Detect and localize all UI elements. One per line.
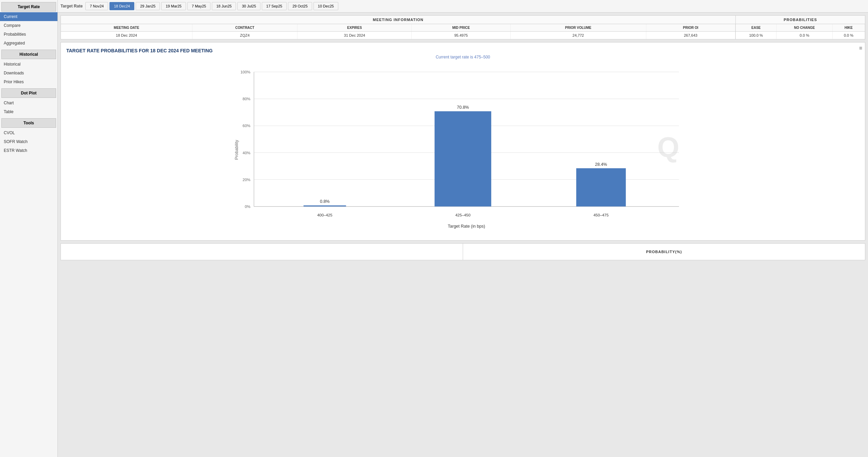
- tools-group: Tools CVOL SOFR Watch ESTR Watch: [0, 118, 57, 155]
- sidebar-item-table[interactable]: Table: [0, 107, 57, 116]
- x-label-400-425: 400–425: [317, 213, 333, 217]
- chart-title: TARGET RATE PROBABILITIES FOR 18 DEC 202…: [66, 48, 860, 53]
- sidebar-item-downloads[interactable]: Downloads: [0, 69, 57, 77]
- y-label-60: 60%: [243, 124, 251, 128]
- tab-18dec24[interactable]: 18 Dec24: [109, 2, 134, 10]
- meeting-info-table: MEETING DATE CONTRACT EXPIRES MID PRICE …: [61, 24, 735, 39]
- col-meeting-date: MEETING DATE: [61, 24, 192, 32]
- bottom-probability-label: PROBABILITY(%): [463, 246, 865, 258]
- cell-prior-volume: 24,772: [510, 32, 646, 39]
- x-label-450-475: 450–475: [593, 213, 609, 217]
- col-prior-oi: PRIOR OI: [646, 24, 735, 32]
- chart-section: ≡ TARGET RATE PROBABILITIES FOR 18 DEC 2…: [61, 42, 865, 241]
- cell-hike: 0.0 %: [832, 32, 865, 39]
- bar-label-425-450: 70.8%: [457, 105, 469, 110]
- cell-no-change: 0.0 %: [777, 32, 833, 39]
- historical-section[interactable]: Historical: [1, 50, 56, 59]
- cell-mid-price: 95.4975: [412, 32, 511, 39]
- tab-18jun25[interactable]: 18 Jun25: [212, 2, 236, 10]
- sidebar-item-probabilities[interactable]: Probabilities: [0, 30, 57, 39]
- col-expires: EXPIRES: [297, 24, 412, 32]
- y-label-0: 0%: [245, 205, 251, 209]
- cell-meeting-date: 18 Dec 2024: [61, 32, 192, 39]
- col-prior-volume: PRIOR VOLUME: [510, 24, 646, 32]
- chart-svg: Probability 100% 80% 60% 40%: [66, 65, 860, 235]
- meeting-info-header: MEETING INFORMATION: [61, 16, 735, 24]
- tab-30jul25[interactable]: 30 Jul25: [237, 2, 260, 10]
- main-content: Target Rate7 Nov2418 Dec2429 Jan2519 Mar…: [58, 0, 868, 457]
- col-hike: HIKE: [832, 24, 865, 32]
- x-axis-title: Target Rate (in bps): [448, 224, 485, 229]
- chart-subtitle: Current target rate is 475–500: [66, 55, 860, 59]
- tabs-bar: Target Rate7 Nov2418 Dec2429 Jan2519 Mar…: [58, 0, 868, 13]
- y-label-20: 20%: [243, 178, 251, 182]
- dot-plot-group: Dot Plot Chart Table: [0, 88, 57, 116]
- sidebar-item-estr-watch[interactable]: ESTR Watch: [0, 146, 57, 155]
- watermark: Q: [657, 131, 679, 163]
- tools-section[interactable]: Tools: [1, 118, 56, 128]
- probabilities-header: PROBABILITIES: [736, 16, 865, 24]
- tab-7may25[interactable]: 7 May25: [187, 2, 210, 10]
- bar-label-400-425: 0.8%: [320, 199, 330, 204]
- info-panel: MEETING INFORMATION MEETING DATE CONTRAC…: [61, 15, 865, 39]
- cell-prior-oi: 267,643: [646, 32, 735, 39]
- sidebar-item-chart[interactable]: Chart: [0, 99, 57, 107]
- probabilities-section: PROBABILITIES EASE NO CHANGE HIKE 100.0 …: [736, 16, 865, 39]
- bar-450-475: [576, 168, 626, 206]
- bar-425-450: [435, 111, 491, 206]
- cell-contract: ZQZ4: [192, 32, 297, 39]
- sidebar-item-sofr-watch[interactable]: SOFR Watch: [0, 137, 57, 146]
- sidebar-item-compare[interactable]: Compare: [0, 21, 57, 30]
- probabilities-table: EASE NO CHANGE HIKE 100.0 % 0.0 % 0.0 %: [736, 24, 865, 39]
- col-ease: EASE: [736, 24, 777, 32]
- meeting-info-section: MEETING INFORMATION MEETING DATE CONTRAC…: [61, 16, 736, 39]
- col-no-change: NO CHANGE: [777, 24, 833, 32]
- col-contract: CONTRACT: [192, 24, 297, 32]
- bar-400-425: [304, 206, 346, 207]
- y-label-80: 80%: [243, 97, 251, 101]
- tab-7nov24[interactable]: 7 Nov24: [85, 2, 108, 10]
- tab-17sep25[interactable]: 17 Sep25: [262, 2, 287, 10]
- tab-10dec25[interactable]: 10 Dec25: [313, 2, 338, 10]
- tab-29jan25[interactable]: 29 Jan25: [136, 2, 160, 10]
- tab-19mar25[interactable]: 19 Mar25: [161, 2, 186, 10]
- cell-ease: 100.0 %: [736, 32, 777, 39]
- content-area: MEETING INFORMATION MEETING DATE CONTRAC…: [58, 13, 868, 457]
- target-rate-group: Target Rate Current Compare Probabilitie…: [0, 1, 57, 48]
- cell-expires: 31 Dec 2024: [297, 32, 412, 39]
- menu-icon[interactable]: ≡: [859, 45, 862, 51]
- x-label-425-450: 425–450: [455, 213, 471, 217]
- target-rate-label: Target Rate: [61, 4, 83, 8]
- tab-29oct25[interactable]: 29 Oct25: [288, 2, 312, 10]
- y-label-100: 100%: [240, 70, 250, 74]
- y-axis-label: Probability: [234, 140, 239, 160]
- sidebar-item-current[interactable]: Current: [0, 12, 57, 21]
- sidebar-item-aggregated[interactable]: Aggregated: [0, 39, 57, 48]
- historical-group: Historical Historical Downloads Prior Hi…: [0, 49, 57, 86]
- bottom-section: PROBABILITY(%): [61, 243, 865, 260]
- dot-plot-section[interactable]: Dot Plot: [1, 88, 56, 98]
- sidebar-item-historical[interactable]: Historical: [0, 60, 57, 69]
- bottom-left: [61, 248, 463, 256]
- sidebar-item-cvol[interactable]: CVOL: [0, 128, 57, 137]
- chart-container: Probability 100% 80% 60% 40%: [66, 65, 860, 235]
- bar-label-450-475: 28.4%: [595, 162, 607, 167]
- sidebar-item-prior-hikes[interactable]: Prior Hikes: [0, 77, 57, 86]
- col-mid-price: MID PRICE: [412, 24, 511, 32]
- y-label-40: 40%: [243, 151, 251, 155]
- sidebar: Target Rate Current Compare Probabilitie…: [0, 0, 58, 457]
- target-rate-section[interactable]: Target Rate: [1, 2, 56, 12]
